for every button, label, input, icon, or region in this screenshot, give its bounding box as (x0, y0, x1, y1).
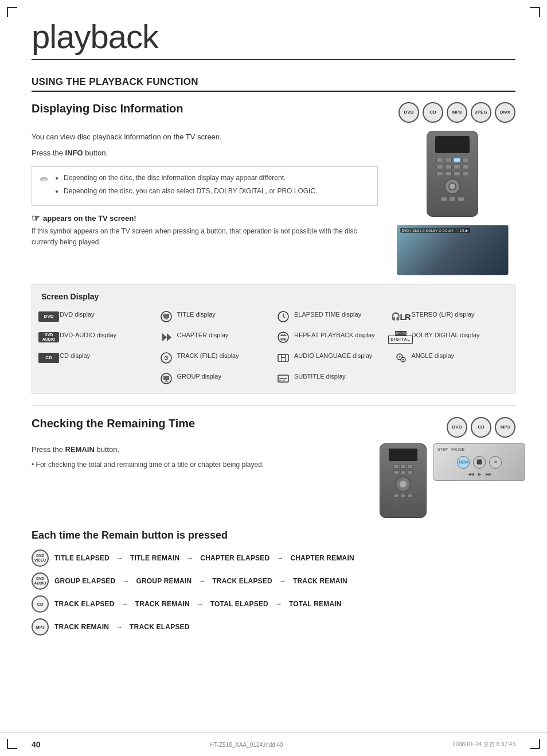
arrow-4: → (122, 577, 129, 585)
next-label: ▶▶ (486, 472, 491, 477)
player-section: REM ⬛ ✕ STEP PAUSE ◀◀ ▶ ▶▶ (433, 443, 525, 481)
cd-badge: CD (38, 353, 59, 363)
disc-info-section: Displaying Disc Information DVD CD MP3 J… (32, 102, 515, 393)
notes-content: Depending on the disc, the disc informat… (54, 173, 317, 199)
display-item-empty1 (41, 371, 154, 386)
remain-content: Press the REMAIN button. For checking th… (32, 443, 515, 518)
remain-header: Checking the Remaining Time DVD CD MP3 (32, 417, 515, 438)
remain-nav-circle (395, 476, 411, 492)
dolby-digital-badge: DIGITAL (388, 336, 412, 344)
dvd-badge: DVD (38, 311, 59, 322)
stereo-display-label: STEREO (L/R) display (412, 309, 475, 319)
disc-badges-row: DVD CD MP3 JPEG DivX (398, 102, 515, 123)
remote-btn (445, 165, 452, 169)
svg-point-17 (402, 359, 404, 361)
display-item-chapter: CHAPTER display (159, 330, 272, 345)
arrow-6: → (279, 577, 286, 585)
seq-step-5: GROUP ELAPSED (54, 577, 115, 585)
display-item-dolby: ▮DOLBY DIGITAL DOLBY DIGITAL display (393, 330, 506, 345)
display-item-group: GROUP display (159, 371, 272, 386)
remote-btn-row-2 (436, 165, 469, 169)
remain-button-label: REMAIN (65, 445, 95, 454)
angle-display-label: ANGLE display (412, 350, 455, 360)
remain-nav-center (400, 481, 407, 488)
footer: 40 HT-Z510_XAA_0124.indd 40 2008-01-24 오… (0, 732, 547, 756)
sequence-row-cd: CD TRACK ELAPSED → TRACK REMAIN → TOTAL … (32, 595, 515, 613)
dvd-badge-icon: DVD (41, 309, 56, 324)
remain-remote-screen (389, 449, 417, 461)
info-button-label: INFO (65, 149, 83, 157)
tv-status-dvd: DVD ♪ 01/01 ⊙ DOLBY ⊙ DOLBY 🎵 1/1 ▶ (400, 228, 471, 233)
svg-rect-24 (283, 380, 285, 381)
remote-nav-circle (444, 178, 460, 194)
remain-badge-cd: CD (471, 417, 491, 438)
seq-step-3: CHAPTER ELAPSED (200, 554, 269, 562)
transport-labels: ◀◀ ▶ ▶▶ (468, 472, 491, 477)
disc-info-right: DVD ♪ 01/01 ⊙ DOLBY ⊙ DOLBY 🎵 1/1 ▶ (389, 131, 515, 275)
dolby-display-label: DOLBY DIGITAL display (412, 330, 480, 340)
arrow-8: → (197, 600, 204, 608)
remain-btn-row1 (393, 465, 413, 469)
svg-rect-23 (279, 380, 282, 381)
remote-btn (462, 158, 469, 162)
display-item-subtitle: SUBTITLE display (276, 371, 389, 386)
remain-btn (400, 470, 406, 474)
seq-badge-dvd-video: DVDVIDEO (32, 550, 49, 567)
display-item-track: TRACK (FILE) display (159, 350, 272, 365)
elapsed-display-label: ELAPSED TIME display (294, 309, 361, 319)
remain-disc-badges: DVD CD MP3 (447, 417, 515, 438)
audio-lang-icon (276, 350, 291, 365)
seq-step-13: TRACK REMAIN (54, 623, 109, 631)
seq-step-10: TRACK REMAIN (135, 600, 190, 608)
seq-step-6: GROUP REMAIN (136, 577, 192, 585)
disc-info-body1: You can view disc playback information o… (32, 131, 378, 143)
remain-remote (380, 443, 427, 518)
remote-btn (440, 197, 447, 201)
subtitle-icon (276, 371, 291, 386)
dvd-display-label: DVD display (60, 309, 95, 319)
display-item-repeat: REPEAT PLAYBACK display (276, 330, 389, 345)
seq-badge-mp3: MP3 (32, 618, 49, 636)
seq-step-12: TOTAL REMAIN (289, 600, 342, 608)
seq-badge-dvd-audio: DVDAUDIO (32, 572, 49, 590)
remain-btn (393, 494, 399, 498)
group-display-label: GROUP display (177, 371, 221, 381)
display-item-dvd-audio: DVDAUDIO DVD-AUDIO display (41, 330, 154, 345)
seq-step-4: CHAPTER REMAIN (290, 554, 354, 562)
press-text-remain: Press the (32, 445, 65, 454)
display-item-empty2 (393, 371, 506, 386)
display-grid: DVD DVD display TITLE display (41, 309, 506, 386)
remote-btn-row-4 (440, 197, 464, 201)
disc-info-left: You can view disc playback information o… (32, 131, 378, 275)
note-item-1: Depending on the disc, the disc informat… (64, 173, 317, 184)
display-item-cd: CD CD display (41, 350, 154, 365)
tv-screen-illustration: DVD ♪ 01/01 ⊙ DOLBY ⊙ DOLBY 🎵 1/1 ▶ (397, 225, 509, 275)
svg-rect-25 (279, 378, 287, 379)
seq-step-7: TRACK ELAPSED (212, 577, 272, 585)
lr-badge: LR (400, 311, 411, 323)
dvd-audio-badge-icon: DVDAUDIO (41, 330, 56, 345)
remain-player-btn: REM (457, 456, 470, 469)
dolby-icon: ▮DOLBY DIGITAL (393, 330, 408, 345)
svg-rect-2 (165, 318, 168, 319)
remain-btn (393, 465, 399, 469)
remote-screen (435, 136, 470, 153)
display-item-audio-lang: AUDIO LANGUAGE display (276, 350, 389, 365)
arrow-2: → (186, 554, 193, 562)
tv-status-bar: DVD ♪ 01/01 ⊙ DOLBY ⊙ DOLBY 🎵 1/1 ▶ (400, 228, 471, 233)
angle-icon (393, 350, 408, 365)
seq-badge-cd: CD (32, 595, 49, 613)
arrow-5: → (198, 577, 205, 585)
audio-lang-display-label: AUDIO LANGUAGE display (294, 350, 372, 360)
seq-step-14: TRACK ELAPSED (130, 623, 190, 631)
remain-btn (407, 494, 413, 498)
screen-display-title: Screen Display (41, 292, 506, 301)
remote-illustration (427, 131, 478, 217)
svg-rect-21 (166, 380, 167, 381)
button-text-end: button. (85, 149, 108, 157)
display-item-angle: ANGLE display (393, 350, 506, 365)
remote-btn (436, 165, 443, 169)
title-icon (159, 309, 174, 324)
remote-btn-row-1 (436, 158, 469, 162)
dvd-audio-badge: DVDAUDIO (38, 332, 59, 342)
